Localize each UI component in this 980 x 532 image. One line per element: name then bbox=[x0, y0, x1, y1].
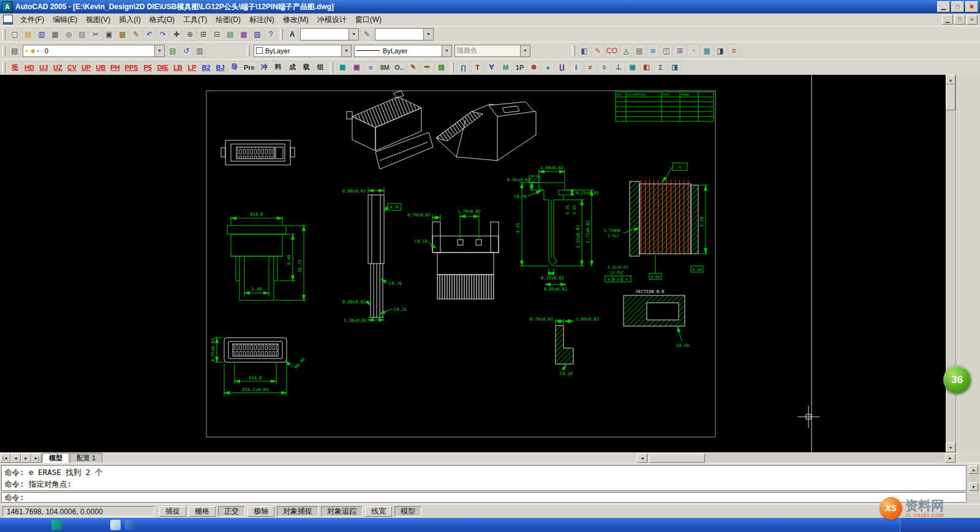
chevron-down-icon[interactable]: ▾ bbox=[154, 45, 164, 56]
color-combo[interactable]: ByLayer ▾ bbox=[254, 45, 352, 57]
taskbar[interactable] bbox=[0, 518, 980, 532]
toolbar-button[interactable]: ✚ bbox=[170, 28, 183, 40]
menu-item[interactable]: 工具(T) bbox=[179, 13, 211, 26]
taskbar-app-icon[interactable] bbox=[125, 520, 135, 530]
toolbar-grip[interactable] bbox=[330, 62, 333, 73]
toolbar-button[interactable]: ▣ bbox=[103, 28, 115, 40]
toolbar-grip[interactable] bbox=[572, 45, 575, 56]
die-tool-button[interactable]: P5 bbox=[141, 61, 154, 74]
die-tool-button[interactable]: UJ bbox=[37, 61, 50, 74]
die-tool-button[interactable]: ✏ bbox=[421, 61, 434, 74]
die-tool-button[interactable]: BJ bbox=[214, 61, 227, 74]
toolbar-button[interactable]: ▩ bbox=[116, 28, 129, 40]
toolbar-grip[interactable] bbox=[280, 29, 283, 40]
die-tool-button[interactable]: ≠ bbox=[584, 61, 597, 74]
die-tool-button[interactable]: ● bbox=[541, 61, 554, 74]
mdi-minimize-button[interactable]: ▁ bbox=[942, 15, 953, 25]
die-tool-button[interactable]: ⊥ bbox=[612, 61, 625, 74]
toolbar-grip[interactable] bbox=[2, 45, 6, 56]
die-tool-button[interactable]: 组 bbox=[314, 61, 327, 74]
die-tool-button[interactable]: M bbox=[499, 61, 512, 74]
scroll-down-icon[interactable]: ▼ bbox=[969, 482, 978, 491]
die-tool-button[interactable]: 载 bbox=[300, 61, 313, 74]
drawing-canvas[interactable]: REV DESCRIPTION DATE DRAWN bbox=[0, 75, 946, 452]
die-tool-button[interactable]: 导 bbox=[228, 61, 241, 74]
toolbar-grip[interactable] bbox=[2, 62, 6, 73]
status-toggle-button[interactable]: 极轴 bbox=[247, 506, 274, 517]
text-style-button[interactable]: A bbox=[286, 28, 298, 40]
toolbar-button[interactable]: ◧ bbox=[578, 44, 590, 57]
die-tool-button[interactable]: ◧ bbox=[640, 61, 653, 74]
float-badge[interactable]: 36 bbox=[943, 366, 971, 393]
menu-item[interactable]: 冲模设计 bbox=[313, 13, 351, 26]
vertical-scrollbar[interactable]: ▲ ▼ bbox=[946, 75, 956, 452]
layout-tab[interactable]: 模型 bbox=[42, 453, 69, 463]
tab-nav-button[interactable]: ◄ bbox=[10, 454, 21, 463]
toolbar-button[interactable]: ↷ bbox=[157, 28, 169, 40]
toolbar-button[interactable]: ▤ bbox=[633, 44, 646, 57]
status-toggle-button[interactable]: 正交 bbox=[218, 506, 245, 517]
minimize-button[interactable]: ▁ bbox=[937, 1, 950, 12]
menu-item[interactable]: 标注(N) bbox=[245, 13, 279, 26]
layout-tab[interactable]: 配置 1 bbox=[70, 453, 102, 463]
tab-nav-button[interactable]: ► bbox=[21, 454, 31, 463]
toolbar-button[interactable]: ▨ bbox=[251, 28, 263, 40]
toolbar-button[interactable]: ? bbox=[265, 28, 277, 40]
status-toggle-button[interactable]: 对象捕捉 bbox=[277, 506, 318, 517]
layer-tool-button[interactable]: ↺ bbox=[180, 44, 192, 57]
menu-item[interactable]: 绘图(D) bbox=[211, 13, 245, 26]
status-toggle-button[interactable]: 模型 bbox=[394, 506, 421, 517]
scroll-up-icon[interactable]: ▲ bbox=[946, 75, 956, 85]
drawing-document-icon[interactable] bbox=[3, 15, 13, 25]
toolbar-button[interactable]: ↶ bbox=[143, 28, 156, 40]
menu-item[interactable]: 插入(I) bbox=[115, 13, 145, 26]
menu-item[interactable]: 编辑(E) bbox=[48, 13, 81, 26]
toolbar-button[interactable]: ⊞ bbox=[674, 44, 686, 57]
status-toggle-button[interactable]: 捕捉 bbox=[159, 506, 186, 517]
die-tool-button[interactable]: ▦ bbox=[336, 61, 349, 74]
die-tool-button[interactable]: 冲 bbox=[258, 61, 271, 74]
chevron-down-icon[interactable]: ▾ bbox=[423, 29, 433, 40]
toolbar-button[interactable]: ▧ bbox=[76, 28, 88, 40]
toolbar-button[interactable]: ⊕ bbox=[184, 28, 196, 40]
die-tool-button[interactable]: O.. bbox=[393, 61, 405, 74]
horizontal-scrollbar[interactable]: ◄ ► bbox=[637, 454, 956, 463]
die-tool-button[interactable]: 成 bbox=[286, 61, 299, 74]
toolbar-button[interactable]: ⊟ bbox=[211, 28, 223, 40]
scroll-up-icon[interactable]: ▲ bbox=[969, 465, 978, 474]
die-tool-button[interactable]: LP bbox=[186, 61, 198, 74]
scroll-right-icon[interactable]: ► bbox=[945, 454, 956, 463]
die-tool-button[interactable]: ≡ bbox=[364, 61, 377, 74]
die-tool-button[interactable]: LB bbox=[172, 61, 184, 74]
toolbar-grip[interactable] bbox=[2, 29, 6, 40]
close-button[interactable]: × bbox=[965, 1, 978, 12]
die-tool-button[interactable]: HD bbox=[23, 61, 36, 74]
die-tool-button[interactable]: UZ bbox=[51, 61, 64, 74]
tab-nav-button[interactable]: ►| bbox=[31, 454, 42, 463]
scrollbar-thumb[interactable] bbox=[946, 85, 956, 110]
layer-combo[interactable]: ●◉▪▫ 0 ▾ bbox=[23, 45, 165, 57]
die-tool-button[interactable]: T bbox=[471, 61, 484, 74]
toolbar-button[interactable]: ◨ bbox=[714, 44, 726, 57]
die-tool-button[interactable]: ∀ bbox=[485, 61, 498, 74]
style-combo[interactable]: ▾ bbox=[300, 28, 359, 40]
toolbar-button[interactable]: ◔ bbox=[687, 44, 699, 57]
toolbar-button[interactable]: ▤ bbox=[22, 28, 34, 40]
die-tool-button[interactable]: ∏ bbox=[457, 61, 470, 74]
menu-item[interactable]: 视图(V) bbox=[81, 13, 115, 26]
dim-style-combo[interactable]: ▾ bbox=[375, 28, 434, 40]
chevron-down-icon[interactable]: ▾ bbox=[349, 29, 358, 40]
chevron-down-icon[interactable]: ▾ bbox=[442, 45, 451, 56]
command-input[interactable]: 命令: bbox=[1, 492, 967, 503]
toolbar-button[interactable]: CO bbox=[605, 44, 619, 57]
mdi-restore-button[interactable]: □ bbox=[954, 15, 965, 25]
menu-item[interactable]: 修改(M) bbox=[279, 13, 313, 26]
die-tool-button[interactable]: 坯 bbox=[9, 61, 21, 74]
hscroll-thumb[interactable] bbox=[649, 454, 705, 463]
menu-item[interactable]: 格式(O) bbox=[145, 13, 179, 26]
die-tool-button[interactable]: Pre bbox=[242, 61, 257, 74]
die-tool-button[interactable]: 8M bbox=[379, 61, 391, 74]
toolbar-button[interactable]: ▦ bbox=[701, 44, 713, 57]
toolbar-button[interactable]: ▢ bbox=[9, 28, 21, 40]
die-tool-button[interactable]: ▣ bbox=[626, 61, 639, 74]
